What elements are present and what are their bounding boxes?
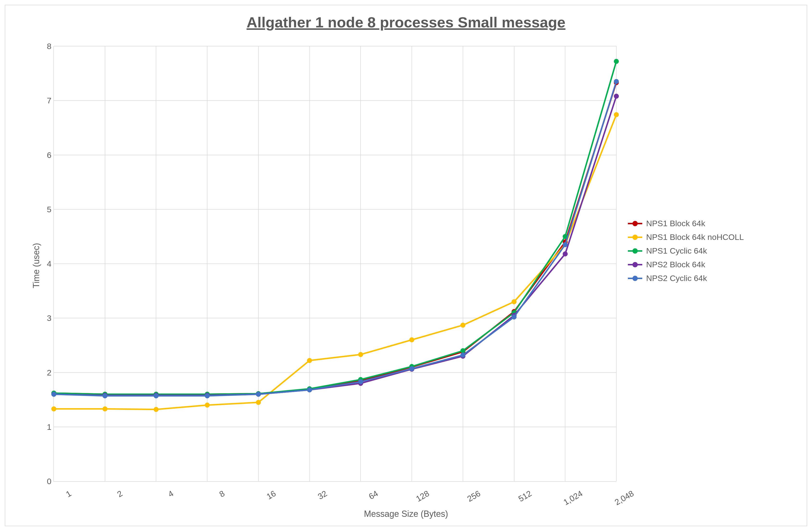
series-marker (409, 366, 414, 371)
legend-swatch (628, 278, 642, 279)
chart-title: Allgather 1 node 8 processes Small messa… (5, 14, 807, 31)
series-marker (461, 353, 465, 357)
series-layer (54, 46, 616, 481)
series-marker (614, 79, 619, 84)
y-tick-label: 8 (40, 42, 52, 51)
series-marker (614, 94, 619, 99)
series-line (54, 83, 616, 394)
series-marker (512, 299, 517, 304)
series-marker (563, 252, 567, 256)
x-tick-label: 1,024 (554, 489, 584, 511)
y-tick-label: 0 (40, 477, 52, 486)
chart-frame: Allgather 1 node 8 processes Small messa… (5, 5, 807, 526)
legend-label: NPS2 Block 64k (646, 260, 705, 269)
y-tick-label: 4 (40, 259, 52, 269)
y-tick-label: 6 (40, 150, 52, 160)
series-marker (154, 407, 158, 412)
series-line (54, 96, 616, 395)
legend-item: NPS2 Cyclic 64k (628, 274, 744, 283)
legend-swatch (628, 236, 642, 238)
legend-label: NPS1 Block 64k (646, 219, 705, 228)
legend-item: NPS2 Block 64k (628, 260, 744, 269)
series-marker (461, 323, 465, 328)
y-tick-label: 5 (40, 204, 52, 214)
x-tick-label: 16 (248, 489, 277, 511)
legend-swatch (628, 264, 642, 266)
x-tick-label: 64 (350, 489, 379, 511)
legend-item: NPS1 Cyclic 64k (628, 246, 744, 256)
legend-swatch (628, 250, 642, 252)
series-marker (154, 393, 158, 398)
series-marker (256, 400, 261, 405)
series-marker (409, 338, 414, 342)
y-tick-label: 1 (40, 422, 52, 431)
series-marker (563, 242, 567, 247)
series-marker (358, 379, 363, 384)
series-marker (614, 112, 619, 117)
legend-item: NPS1 Block 64k noHCOLL (628, 232, 744, 242)
series-marker (205, 403, 209, 407)
series-marker (358, 352, 363, 357)
x-tick-label: 512 (504, 489, 533, 511)
legend-item: NPS1 Block 64k (628, 219, 744, 228)
x-tick-label: 1 (43, 489, 73, 511)
series-marker (103, 406, 107, 411)
x-tick-label: 32 (299, 489, 329, 511)
x-tick-label: 8 (197, 489, 226, 511)
series-line (54, 82, 616, 396)
x-tick-label: 2 (95, 489, 124, 511)
x-tick-label: 4 (146, 489, 175, 511)
legend-label: NPS1 Block 64k noHCOLL (646, 232, 744, 242)
plot-area: 01234567812481632641282565121,0242,048 (53, 46, 616, 482)
series-marker (307, 358, 312, 363)
legend-swatch (628, 223, 642, 224)
series-marker (52, 392, 56, 397)
y-tick-label: 2 (40, 368, 52, 377)
legend: NPS1 Block 64kNPS1 Block 64k noHCOLLNPS1… (628, 214, 744, 287)
series-marker (52, 406, 56, 411)
y-tick-label: 3 (40, 314, 52, 323)
series-marker (103, 393, 107, 398)
series-marker (461, 348, 465, 353)
x-tick-label: 2,048 (606, 489, 635, 511)
series-marker (512, 315, 517, 319)
series-marker (614, 59, 619, 64)
series-line (54, 115, 616, 410)
legend-label: NPS2 Cyclic 64k (646, 274, 707, 283)
series-marker (205, 393, 209, 398)
series-line (54, 61, 616, 394)
series-marker (307, 387, 312, 392)
y-tick-label: 7 (40, 96, 52, 105)
series-marker (256, 392, 261, 397)
x-tick-label: 256 (452, 489, 482, 511)
legend-label: NPS1 Cyclic 64k (646, 246, 707, 256)
x-tick-label: 128 (401, 489, 431, 511)
